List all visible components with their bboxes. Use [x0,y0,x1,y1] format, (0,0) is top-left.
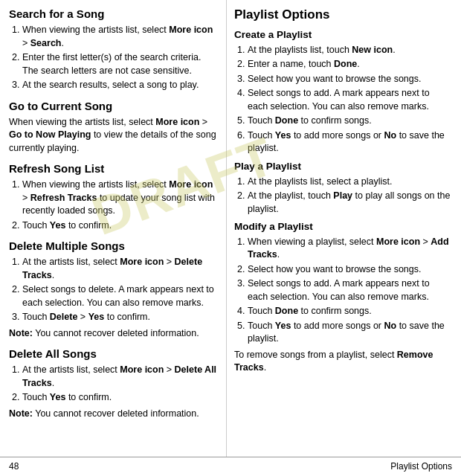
delete-all-note: Note: You cannot recover deleted informa… [9,408,219,421]
right-column: Playlist Options Create a Playlist At th… [227,0,461,457]
left-column: Search for a Song When viewing the artis… [0,0,227,457]
list-item: At the playlists list, touch New icon. [248,44,452,57]
list-item: Touch Delete > Yes to confirm. [22,311,219,324]
create-playlist-title: Create a Playlist [234,28,452,42]
list-item: Touch Yes to add more songs or No to sav… [248,320,452,346]
list-item: Touch Yes to add more songs or No to sav… [248,129,452,155]
footer-section-title: Playlist Options [390,460,452,473]
list-item: Select songs to add. A mark appears next… [248,277,452,303]
list-item: When viewing the artists list, select Mo… [22,24,219,50]
delete-multiple-list: At the artists list, select More icon > … [22,256,219,324]
list-item: When viewing a playlist, select More ico… [248,236,452,262]
list-item: Select songs to add. A mark appears next… [248,87,452,113]
go-to-current-title: Go to Current Song [9,98,219,114]
list-item: When viewing the artists list, select Mo… [22,178,219,218]
list-item: At the playlist, touch Play to play all … [248,190,452,216]
delete-multiple-note: Note: You cannot recover deleted informa… [9,327,219,341]
create-playlist-list: At the playlists list, touch New icon. E… [248,44,452,155]
list-item: Select songs to delete. A mark appears n… [22,283,219,309]
list-item: Touch Done to confirm songs. [248,115,452,128]
list-item: Enter a name, touch Done. [248,58,452,71]
list-item: Select how you want to browse the songs. [248,263,452,277]
list-item: At the artists list, select More icon > … [22,256,219,282]
list-item: Enter the first letter(s) of the search … [22,51,219,77]
list-item: At the search results, select a song to … [22,79,219,92]
playlist-options-main-title: Playlist Options [234,6,452,24]
list-item: Touch Done to confirm songs. [248,305,452,318]
search-song-title: Search for a Song [9,6,219,22]
modify-playlist-list: When viewing a playlist, select More ico… [248,236,452,346]
play-playlist-list: At the playlists list, select a playlist… [248,176,452,216]
remove-tracks-note: To remove songs from a playlist, select … [234,349,452,375]
footer: 48 Playlist Options [0,457,461,476]
refresh-song-list: When viewing the artists list, select Mo… [22,178,219,232]
list-item: At the artists list, select More icon > … [22,364,219,390]
delete-multiple-title: Delete Multiple Songs [9,238,219,254]
list-item: At the playlists list, select a playlist… [248,176,452,189]
delete-all-list: At the artists list, select More icon > … [22,364,219,405]
list-item: Select how you want to browse the songs. [248,73,452,86]
footer-page-number: 48 [9,460,19,473]
refresh-song-title: Refresh Song List [9,161,219,176]
list-item: Touch Yes to confirm. [22,219,219,233]
modify-playlist-title: Modify a Playlist [234,220,452,234]
go-to-current-body: When viewing the artists list, select Mo… [9,116,219,155]
search-song-list: When viewing the artists list, select Mo… [22,24,219,92]
list-item: Touch Yes to confirm. [22,391,219,405]
play-playlist-title: Play a Playlist [234,160,452,174]
delete-all-title: Delete All Songs [9,346,219,361]
